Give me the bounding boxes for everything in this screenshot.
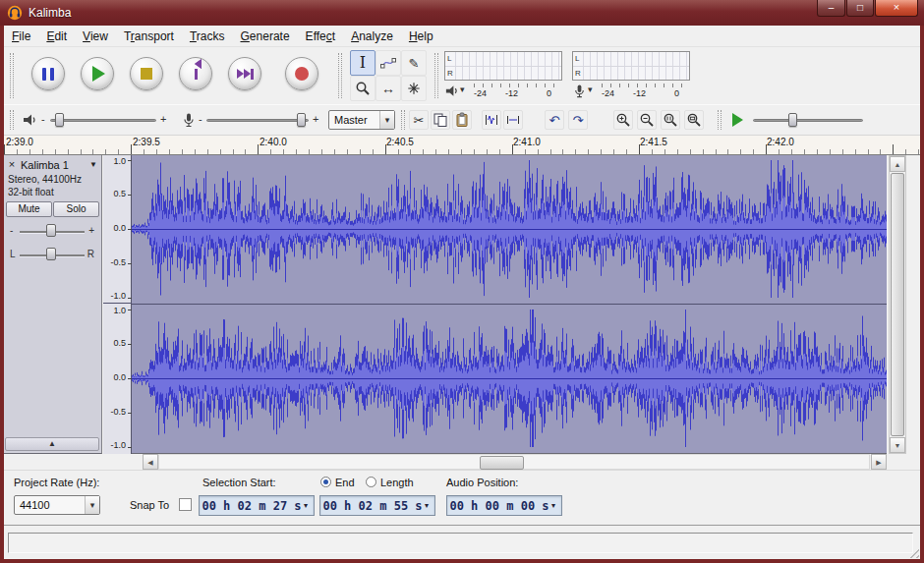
gain-thumb[interactable] — [46, 224, 56, 237]
selection-end-value: 00 h 02 m 55 s — [320, 499, 425, 513]
toolbar-grip[interactable] — [434, 53, 438, 98]
length-radio[interactable] — [366, 477, 376, 487]
collapse-track-button[interactable]: ▲ — [5, 437, 99, 451]
close-track-icon[interactable]: × — [6, 158, 18, 171]
stop-button[interactable] — [130, 57, 163, 90]
paste-button[interactable] — [452, 110, 472, 130]
speaker-icon[interactable] — [444, 84, 459, 98]
pan-thumb[interactable] — [46, 248, 56, 260]
menu-generate[interactable]: Generate — [232, 27, 297, 46]
collapse-icon: ▲ — [48, 439, 56, 448]
scroll-left-icon[interactable]: ◀ — [143, 454, 158, 470]
minimize-button[interactable]: – — [817, 0, 845, 17]
close-button[interactable]: × — [875, 0, 918, 17]
fit-selection-button[interactable] — [661, 110, 680, 130]
menu-analyze[interactable]: Analyze — [343, 27, 401, 46]
project-rate-label: Project Rate (Hz): — [14, 477, 99, 488]
menu-view[interactable]: View — [75, 27, 116, 46]
meter-dropdown-icon[interactable]: ▾ — [588, 84, 593, 94]
vertical-scroll-thumb[interactable] — [891, 173, 904, 436]
audio-position-label: Audio Position: — [446, 477, 518, 488]
envelope-icon — [380, 55, 396, 71]
horizontal-scroll-track[interactable] — [158, 454, 870, 470]
fit-project-button[interactable] — [684, 110, 704, 130]
copy-button[interactable] — [431, 110, 450, 130]
play-at-speed-button[interactable] — [727, 110, 747, 130]
vertical-scrollbar[interactable]: ▲ ▼ — [889, 155, 906, 454]
selection-tool-button[interactable]: I — [350, 50, 375, 76]
audio-position-field[interactable]: 00 h 00 m 00 s ▾ — [446, 495, 562, 516]
pause-button[interactable] — [31, 57, 65, 90]
skip-to-start-button[interactable] — [179, 57, 212, 90]
waveform-display[interactable] — [132, 155, 887, 454]
meter-scale-label: -24 — [602, 88, 614, 98]
end-radio[interactable] — [320, 477, 331, 487]
zoom-in-button[interactable] — [613, 110, 633, 130]
timeline-ruler[interactable]: 2:39.0 2:39.5 2:40.0 2:40.5 2:41.0 2:41.… — [4, 136, 920, 155]
menu-edit[interactable]: Edit — [38, 27, 75, 46]
scale-label: -0.5 — [104, 407, 126, 417]
play-button[interactable] — [81, 57, 114, 90]
track-gain-slider[interactable]: - + — [6, 222, 98, 240]
input-volume-icon — [181, 112, 197, 128]
zoom-tool-button[interactable] — [350, 76, 375, 101]
maximize-button[interactable]: □ — [846, 0, 874, 17]
scroll-down-icon[interactable]: ▼ — [890, 437, 905, 453]
input-device-combo[interactable]: Master ▾ — [328, 110, 395, 130]
solo-button[interactable]: Solo — [53, 201, 99, 217]
recording-meter[interactable]: L R ▾ -24 -12 0 — [572, 51, 690, 102]
output-volume-thumb[interactable] — [55, 113, 64, 127]
fit-project-icon — [686, 112, 702, 128]
scroll-up-icon[interactable]: ▲ — [890, 156, 905, 172]
toolbar-grip[interactable] — [401, 110, 405, 130]
track-name[interactable]: Kalimba 1 — [18, 159, 87, 171]
zoom-out-button[interactable] — [637, 110, 657, 130]
toolbar-grip[interactable] — [718, 110, 722, 130]
playback-speed-thumb[interactable] — [788, 113, 797, 127]
toolbar-grip[interactable] — [10, 110, 14, 130]
draw-tool-button[interactable]: ✎ — [401, 50, 427, 76]
meter-scale-label: -12 — [633, 88, 646, 98]
skip-to-end-button[interactable] — [228, 57, 261, 90]
menu-help[interactable]: Help — [401, 27, 441, 46]
menu-tracks[interactable]: Tracks — [182, 27, 233, 46]
undo-button[interactable]: ↶ — [545, 110, 564, 130]
menu-file[interactable]: File — [4, 27, 38, 46]
menu-effect[interactable]: Effect — [298, 27, 344, 46]
cut-button[interactable]: ✂ — [409, 110, 429, 130]
timefield-arrow-icon: ▾ — [551, 501, 561, 510]
track-menu-icon[interactable]: ▼ — [87, 160, 99, 169]
record-button[interactable] — [285, 57, 318, 90]
input-volume-thumb[interactable] — [297, 113, 306, 127]
horizontal-scrollbar[interactable]: ◀ ▶ — [4, 454, 920, 470]
timeshift-tool-button[interactable]: ↔ — [375, 76, 401, 101]
titlebar[interactable]: Kalimba – □ × — [0, 0, 924, 26]
playback-meter[interactable]: L R ▾ -24 -12 0 — [444, 51, 562, 102]
toolbar-grip[interactable] — [10, 53, 14, 98]
amplitude-ruler[interactable]: 1.0 0.5 0.0 -0.5 -1.0 1.0 0.5 0.0 -0.5 -… — [103, 155, 132, 454]
menu-transport[interactable]: Transport — [116, 27, 182, 46]
input-volume-slider[interactable] — [206, 119, 309, 122]
horizontal-scroll-thumb[interactable] — [480, 456, 524, 470]
silence-audio-button[interactable] — [503, 110, 523, 130]
selection-start-field[interactable]: 00 h 02 m 27 s ▾ — [199, 495, 315, 516]
mute-button[interactable]: Mute — [6, 201, 52, 217]
stereo-waveform-canvas[interactable] — [132, 155, 887, 453]
output-volume-slider[interactable] — [50, 119, 156, 122]
meter-dropdown-icon[interactable]: ▾ — [460, 84, 465, 94]
multi-tool-button[interactable] — [401, 76, 427, 101]
gain-plus-label: + — [313, 113, 318, 125]
microphone-icon[interactable] — [572, 84, 587, 98]
track-control-panel[interactable]: × Kalimba 1 ▼ Stereo, 44100Hz 32-bit flo… — [4, 155, 102, 454]
meter-scale-label: -12 — [505, 88, 518, 98]
envelope-tool-button[interactable] — [375, 50, 401, 76]
selection-end-field[interactable]: 00 h 02 m 55 s ▾ — [319, 495, 435, 516]
trim-audio-button[interactable] — [482, 110, 501, 130]
track-pan-slider[interactable]: L R — [6, 246, 98, 263]
toolbar-grip[interactable] — [338, 53, 342, 98]
playback-speed-slider[interactable] — [753, 119, 863, 122]
snap-to-checkbox[interactable] — [179, 498, 192, 511]
redo-button[interactable]: ↷ — [568, 110, 588, 130]
scroll-right-icon[interactable]: ▶ — [871, 454, 887, 470]
project-rate-combo[interactable]: 44100 ▾ — [14, 495, 100, 515]
